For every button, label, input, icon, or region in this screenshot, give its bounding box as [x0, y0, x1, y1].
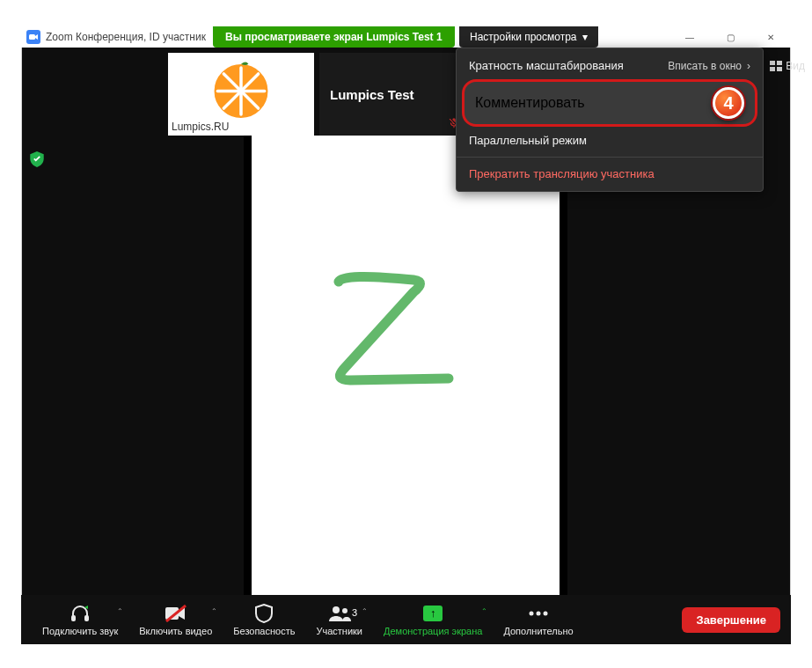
shield-icon	[255, 604, 273, 623]
start-video-button[interactable]: ⌃ Включить видео	[128, 604, 223, 636]
participant-thumb-1[interactable]: Lumpics.RU	[168, 53, 314, 136]
svg-point-24	[544, 611, 548, 615]
end-meeting-label: Завершение	[696, 613, 766, 627]
participant-1-name: Lumpics.RU	[172, 121, 229, 133]
menu-separator	[457, 157, 763, 158]
menu-side-by-side[interactable]: Параллельный режим	[457, 127, 763, 154]
end-meeting-button[interactable]: Завершение	[682, 607, 780, 633]
svg-rect-17	[84, 615, 89, 621]
headphones-icon	[69, 604, 91, 623]
meeting-toolbar: ⌃ Подключить звук ⌃ Включить видео Безоп…	[21, 595, 791, 644]
view-settings-menu: Кратность масштабирования Вписать в окно…	[456, 48, 764, 192]
participant-thumbnails: Lumpics.RU Lumpics Test	[168, 53, 465, 136]
view-mode-label: Вид	[786, 60, 805, 72]
menu-zoom-ratio[interactable]: Кратность масштабирования Вписать в окно…	[457, 52, 763, 79]
maximize-button[interactable]: ▢	[710, 26, 750, 48]
participants-button[interactable]: ⌃ 3 Участники	[305, 604, 373, 636]
people-icon	[327, 604, 352, 623]
zoom-app-icon	[26, 30, 40, 44]
window-controls: — ▢ ✕	[669, 26, 791, 48]
share-screen-label: Демонстрация экрана	[384, 626, 482, 636]
step-badge: 4	[713, 87, 744, 119]
window-title: Zoom Конференция, ID участник	[46, 31, 206, 43]
menu-zoom-ratio-value: Вписать в окно	[668, 60, 742, 72]
video-off-icon	[165, 604, 187, 623]
menu-stop-share-label: Прекратить трансляцию участника	[469, 167, 655, 180]
chevron-down-icon: ▾	[582, 31, 588, 43]
share-screen-icon: ↑	[423, 606, 443, 621]
participant-2-name: Lumpics Test	[330, 87, 414, 102]
share-screen-button[interactable]: ⌃ ↑ Демонстрация экрана	[373, 604, 493, 636]
svg-point-20	[333, 606, 340, 613]
menu-side-by-side-label: Параллельный режим	[469, 134, 587, 147]
annotation-drawing	[308, 255, 501, 431]
avatar-orange-icon	[210, 61, 272, 122]
menu-annotate[interactable]: Комментировать 4	[462, 79, 757, 127]
join-audio-label: Подключить звук	[42, 626, 118, 636]
caret-up-icon: ⌃	[481, 607, 487, 615]
sharing-banner: Вы просматриваете экран Lumpics Test 1	[213, 26, 455, 48]
caret-up-icon: ⌃	[211, 607, 217, 615]
caret-up-icon: ⌃	[362, 607, 368, 615]
participants-count: 3	[352, 607, 357, 618]
encryption-shield-icon[interactable]	[30, 151, 44, 170]
svg-rect-12	[770, 61, 775, 65]
view-settings-label: Настройки просмотра	[470, 31, 577, 43]
menu-zoom-ratio-label: Кратность масштабирования	[469, 59, 624, 72]
close-button[interactable]: ✕	[750, 26, 791, 48]
svg-point-22	[530, 611, 534, 615]
more-label: Дополнительно	[503, 626, 573, 636]
svg-rect-13	[777, 61, 782, 65]
svg-point-21	[342, 608, 347, 613]
participants-label: Участники	[316, 626, 362, 636]
view-mode-button[interactable]: Вид	[770, 60, 805, 72]
menu-annotate-label: Комментировать	[475, 95, 585, 111]
more-button[interactable]: Дополнительно	[493, 604, 583, 636]
security-button[interactable]: Безопасность	[223, 604, 305, 636]
grid-icon	[770, 61, 782, 71]
view-settings-button[interactable]: Настройки просмотра ▾	[459, 26, 598, 48]
sharing-banner-text: Вы просматриваете экран Lumpics Test 1	[225, 31, 443, 43]
more-icon	[528, 604, 549, 623]
minimize-button[interactable]: —	[669, 26, 710, 48]
chevron-right-icon: ›	[747, 60, 750, 72]
join-audio-button[interactable]: ⌃ Подключить звук	[32, 604, 128, 636]
menu-stop-share[interactable]: Прекратить трансляцию участника	[457, 160, 763, 187]
svg-rect-15	[777, 67, 782, 71]
svg-rect-14	[770, 67, 775, 71]
start-video-label: Включить видео	[139, 626, 212, 636]
svg-rect-1	[29, 34, 35, 40]
svg-rect-16	[71, 615, 76, 621]
caret-up-icon: ⌃	[117, 607, 123, 615]
security-label: Безопасность	[233, 626, 295, 636]
participant-thumb-2[interactable]: Lumpics Test	[319, 53, 465, 136]
svg-point-23	[537, 611, 541, 615]
